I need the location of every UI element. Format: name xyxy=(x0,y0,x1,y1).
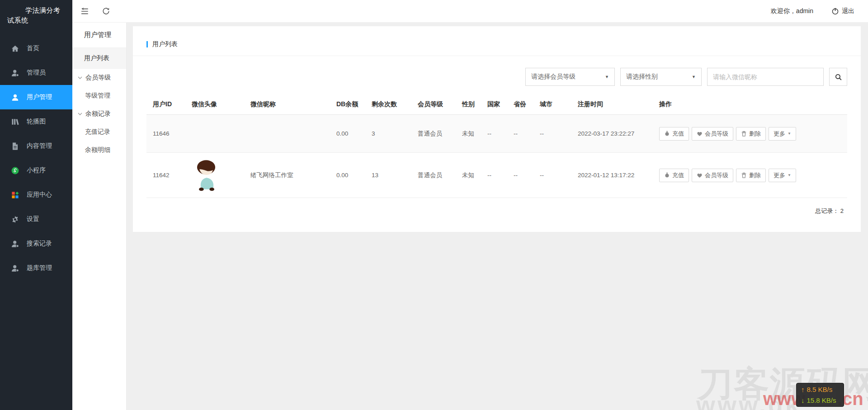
page-title: 用户列表 xyxy=(152,40,178,48)
main-nav: 首页 管理员 用户管理 轮播图 内容管理 小程序 xyxy=(0,36,72,280)
nickname-search-input[interactable] xyxy=(707,68,824,86)
cell-reg-time: 2022-01-12 13:17:22 xyxy=(574,153,656,198)
filters-row: 请选择会员等级 ▼ 请选择性别 ▼ xyxy=(146,68,847,86)
sidebar-item-app-center[interactable]: 应用中心 xyxy=(0,183,72,207)
total-records-value: 2 xyxy=(840,207,844,214)
sidebar-item-content-management[interactable]: 内容管理 xyxy=(0,134,72,158)
caret-down-icon: ▼ xyxy=(788,132,791,136)
delete-button[interactable]: 删除 xyxy=(736,169,766,182)
total-records: 总记录： 2 xyxy=(146,198,847,215)
admin-person-icon xyxy=(11,69,19,77)
col-user-id: 用户ID xyxy=(146,96,188,115)
cell-gender: 未知 xyxy=(458,153,484,198)
user-list-card: 用户列表 请选择会员等级 ▼ 请选择性别 ▼ xyxy=(133,26,861,232)
table-header-row: 用户ID 微信头像 微信昵称 DB余额 剩余次数 会员等级 性别 国家 省份 城… xyxy=(146,96,847,115)
more-button[interactable]: 更多 ▼ xyxy=(769,127,796,141)
refresh-icon[interactable] xyxy=(101,7,110,16)
cell-balance: 0.00 xyxy=(333,153,368,198)
col-remaining-times: 剩余次数 xyxy=(368,96,414,115)
submenu-header: 用户管理 xyxy=(72,23,126,48)
sidebar-item-search-history[interactable]: 搜索记录 xyxy=(0,231,72,256)
member-level-select[interactable]: 请选择会员等级 ▼ xyxy=(525,68,615,86)
recharge-button[interactable]: 充值 xyxy=(659,127,689,141)
chevron-down-icon xyxy=(78,113,82,116)
brand-title: 学法满分考试系统 xyxy=(0,0,72,30)
logout-button[interactable]: 退出 xyxy=(831,7,854,15)
sidebar-item-miniprogram[interactable]: 小程序 xyxy=(0,158,72,183)
sidebar-item-user-management[interactable]: 用户管理 xyxy=(0,85,72,109)
heart-badge-icon xyxy=(697,131,703,137)
submenu-item-user-list[interactable]: 用户列表 xyxy=(72,48,126,69)
col-city: 城市 xyxy=(536,96,574,115)
sidebar-item-label: 管理员 xyxy=(27,69,46,77)
cell-reg-time: 2022-03-17 23:22:27 xyxy=(574,115,656,153)
sidebar-item-admins[interactable]: 管理员 xyxy=(0,61,72,85)
content-area: 用户列表 请选择会员等级 ▼ 请选择性别 ▼ xyxy=(127,23,868,410)
gear-icon xyxy=(11,215,19,224)
submenu-item-balance-detail[interactable]: 余额明细 xyxy=(72,141,126,159)
cell-nickname xyxy=(247,115,333,153)
cell-remaining: 3 xyxy=(368,115,414,153)
submenu-group-balance-records[interactable]: 余额记录 xyxy=(72,105,126,123)
cell-balance: 0.00 xyxy=(333,115,368,153)
cell-nickname: 绪飞网络工作室 xyxy=(247,153,333,198)
user-icon xyxy=(11,93,19,102)
trash-icon xyxy=(741,172,747,178)
search-button[interactable] xyxy=(829,68,847,86)
sidebar-item-label: 设置 xyxy=(27,215,39,223)
table-row: 11646 0.00 3 普通会员 未知 -- -- -- 2022-03-17… xyxy=(146,115,847,153)
row-actions: 充值 会员等级 删除 xyxy=(659,127,844,141)
more-label: 更多 xyxy=(774,171,785,179)
miniprogram-icon xyxy=(11,166,19,175)
sidebar-item-question-bank[interactable]: 题库管理 xyxy=(0,256,72,280)
download-speed: ↓ 15.8 KB/s xyxy=(801,397,839,404)
more-button[interactable]: 更多 ▼ xyxy=(769,169,796,182)
download-arrow-icon: ↓ xyxy=(801,397,805,404)
cell-avatar xyxy=(188,153,247,198)
col-actions: 操作 xyxy=(656,96,847,115)
home-icon xyxy=(11,44,19,53)
search-history-person-icon xyxy=(11,240,19,248)
sidebar-item-label: 题库管理 xyxy=(27,264,52,272)
gender-select[interactable]: 请选择性别 ▼ xyxy=(620,68,702,86)
delete-button[interactable]: 删除 xyxy=(736,127,766,141)
recharge-label: 充值 xyxy=(672,171,684,179)
member-level-button[interactable]: 会员等级 xyxy=(692,127,733,141)
search-icon xyxy=(835,73,842,81)
sidebar-item-label: 小程序 xyxy=(27,166,46,174)
delete-label: 删除 xyxy=(749,130,761,138)
submenu-item-recharge-records[interactable]: 充值记录 xyxy=(72,123,126,141)
cell-province: -- xyxy=(510,153,536,198)
total-records-label: 总记录： xyxy=(815,207,839,214)
submenu-group-member-level[interactable]: 会员等级 xyxy=(72,69,126,87)
recharge-button[interactable]: 充值 xyxy=(659,169,689,182)
card-body: 请选择会员等级 ▼ 请选择性别 ▼ xyxy=(133,68,861,215)
col-province: 省份 xyxy=(510,96,536,115)
table-row: 11642 绪飞网络工作室 xyxy=(146,153,847,198)
heart-badge-icon xyxy=(697,172,703,178)
sidebar-item-label: 用户管理 xyxy=(27,93,52,101)
submenu-item-level-management[interactable]: 等级管理 xyxy=(72,87,126,105)
user-table: 用户ID 微信头像 微信昵称 DB余额 剩余次数 会员等级 性别 国家 省份 城… xyxy=(146,96,847,198)
submenu-group-label: 会员等级 xyxy=(85,74,111,82)
trash-icon xyxy=(741,131,747,137)
sidebar-item-carousel[interactable]: 轮播图 xyxy=(0,109,72,134)
admin-app: 学法满分考试系统 首页 管理员 用户管理 轮播图 内容管理 xyxy=(0,0,868,410)
sidebar-item-label: 轮播图 xyxy=(27,118,46,126)
col-gender: 性别 xyxy=(458,96,484,115)
cell-level: 普通会员 xyxy=(414,153,458,198)
sidebar-item-settings[interactable]: 设置 xyxy=(0,207,72,231)
app-center-icon xyxy=(11,191,19,199)
col-db-balance: DB余额 xyxy=(333,96,368,115)
sidebar-item-label: 首页 xyxy=(27,44,39,52)
collapse-menu-icon[interactable] xyxy=(80,7,90,16)
sidebar-item-label: 内容管理 xyxy=(27,142,52,150)
col-wechat-nickname: 微信昵称 xyxy=(247,96,333,115)
cell-gender: 未知 xyxy=(458,115,484,153)
more-label: 更多 xyxy=(774,130,785,138)
member-level-button[interactable]: 会员等级 xyxy=(692,169,733,182)
cell-remaining: 13 xyxy=(368,153,414,198)
money-bag-icon xyxy=(664,131,670,137)
gender-select-value: 请选择性别 xyxy=(626,73,658,81)
sidebar-item-home[interactable]: 首页 xyxy=(0,36,72,61)
